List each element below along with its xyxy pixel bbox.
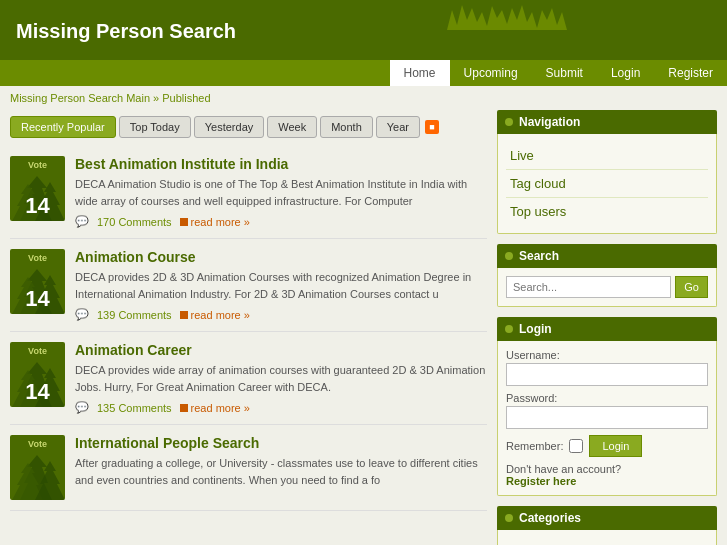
- categories-widget-body: [497, 530, 717, 545]
- breadcrumb: Missing Person Search Main » Published: [0, 86, 727, 110]
- login-title-text: Login: [519, 322, 552, 336]
- comment-icon: 💬: [75, 308, 89, 321]
- login-widget: Login Username: Password: Remember: Logi…: [497, 317, 717, 496]
- no-account-label: Don't have an account?: [506, 463, 621, 475]
- nav-submit[interactable]: Submit: [532, 60, 597, 86]
- search-widget: Search Go: [497, 244, 717, 307]
- password-label: Password:: [506, 392, 708, 404]
- read-more-icon: [180, 311, 188, 319]
- comments-link[interactable]: 139 Comments: [97, 309, 172, 321]
- vote-label: Vote: [10, 439, 65, 449]
- tab-recently-popular[interactable]: Recently Popular: [10, 116, 116, 138]
- article-item: Vote 14 Animation Career DECA provides w…: [10, 332, 487, 425]
- breadcrumb-separator: »: [153, 92, 162, 104]
- vote-label: Vote: [10, 160, 65, 170]
- article-title: Animation Course: [75, 249, 487, 265]
- article-excerpt: DECA provides 2D & 3D Animation Courses …: [75, 269, 487, 302]
- tab-week[interactable]: Week: [267, 116, 317, 138]
- search-row: Go: [506, 276, 708, 298]
- read-more-icon: [180, 218, 188, 226]
- vote-label: Vote: [10, 253, 65, 263]
- read-more-link[interactable]: read more »: [191, 216, 250, 228]
- vote-count[interactable]: 14: [25, 288, 49, 310]
- username-input[interactable]: [506, 363, 708, 386]
- rss-icon[interactable]: ■: [425, 120, 439, 134]
- login-widget-body: Username: Password: Remember: Login Don'…: [497, 341, 717, 496]
- vote-label: Vote: [10, 346, 65, 356]
- search-widget-body: Go: [497, 268, 717, 307]
- login-button[interactable]: Login: [589, 435, 642, 457]
- vote-box: Vote 14: [10, 156, 65, 221]
- article-meta: 💬 170 Comments read more »: [75, 215, 487, 228]
- categories-widget-title: Categories: [497, 506, 717, 530]
- article-title: Animation Career: [75, 342, 487, 358]
- password-field: Password:: [506, 392, 708, 429]
- search-title-text: Search: [519, 249, 559, 263]
- vote-count[interactable]: 14: [25, 195, 49, 217]
- dot-icon: [505, 252, 513, 260]
- article-meta: 💬 135 Comments read more »: [75, 401, 487, 414]
- breadcrumb-current: Published: [162, 92, 210, 104]
- article-body: Animation Course DECA provides 2D & 3D A…: [75, 249, 487, 321]
- username-field: Username:: [506, 349, 708, 386]
- dot-icon: [505, 514, 513, 522]
- article-body: Animation Career DECA provides wide arra…: [75, 342, 487, 414]
- nav-link-live[interactable]: Live: [506, 142, 708, 170]
- article-excerpt: After graduating a college, or Universit…: [75, 455, 487, 488]
- nav-link-top-users[interactable]: Top users: [506, 198, 708, 225]
- read-more: read more »: [180, 309, 250, 321]
- read-more: read more »: [180, 216, 250, 228]
- article-item: Vote 14 Best Animation Institute in Indi…: [10, 146, 487, 239]
- search-widget-title: Search: [497, 244, 717, 268]
- remember-label: Remember:: [506, 440, 563, 452]
- article-item: Vote International People Search After g…: [10, 425, 487, 511]
- article-excerpt: DECA Animation Studio is one of The Top …: [75, 176, 487, 209]
- comment-icon: 💬: [75, 401, 89, 414]
- navigation-title-text: Navigation: [519, 115, 580, 129]
- nav-upcoming[interactable]: Upcoming: [450, 60, 532, 86]
- site-title: Missing Person Search: [16, 10, 711, 43]
- categories-widget: Categories: [497, 506, 717, 545]
- remember-checkbox[interactable]: [569, 439, 583, 453]
- nav-login[interactable]: Login: [597, 60, 654, 86]
- register-link[interactable]: Register here: [506, 475, 576, 487]
- read-more-link[interactable]: read more »: [191, 309, 250, 321]
- navbar: Home Upcoming Submit Login Register: [0, 60, 727, 86]
- article-excerpt: DECA provides wide array of animation co…: [75, 362, 487, 395]
- nav-link-tag-cloud[interactable]: Tag cloud: [506, 170, 708, 198]
- search-button[interactable]: Go: [675, 276, 708, 298]
- vote-count[interactable]: 14: [25, 381, 49, 403]
- tab-yesterday[interactable]: Yesterday: [194, 116, 265, 138]
- content-area: Recently Popular Top Today Yesterday Wee…: [10, 110, 487, 545]
- read-more-link[interactable]: read more »: [191, 402, 250, 414]
- sidebar: Navigation Live Tag cloud Top users Sear…: [497, 110, 717, 545]
- article-title: Best Animation Institute in India: [75, 156, 487, 172]
- article-item: Vote 14 Animation Course DECA provides 2…: [10, 239, 487, 332]
- comments-link[interactable]: 170 Comments: [97, 216, 172, 228]
- nav-home[interactable]: Home: [390, 60, 450, 86]
- dot-icon: [505, 118, 513, 126]
- categories-title-text: Categories: [519, 511, 581, 525]
- dot-icon: [505, 325, 513, 333]
- comments-link[interactable]: 135 Comments: [97, 402, 172, 414]
- navigation-widget: Navigation Live Tag cloud Top users: [497, 110, 717, 234]
- article-body: International People Search After gradua…: [75, 435, 487, 494]
- tab-top-today[interactable]: Top Today: [119, 116, 191, 138]
- tab-month[interactable]: Month: [320, 116, 373, 138]
- password-input[interactable]: [506, 406, 708, 429]
- nav-register[interactable]: Register: [654, 60, 727, 86]
- comment-icon: 💬: [75, 215, 89, 228]
- remember-row: Remember: Login: [506, 435, 708, 457]
- navigation-widget-body: Live Tag cloud Top users: [497, 134, 717, 234]
- read-more-icon: [180, 404, 188, 412]
- read-more: read more »: [180, 402, 250, 414]
- vote-box: Vote 14: [10, 249, 65, 314]
- tab-year[interactable]: Year: [376, 116, 420, 138]
- filter-tabs: Recently Popular Top Today Yesterday Wee…: [10, 110, 487, 146]
- article-body: Best Animation Institute in India DECA A…: [75, 156, 487, 228]
- search-input[interactable]: [506, 276, 671, 298]
- breadcrumb-main[interactable]: Missing Person Search Main: [10, 92, 150, 104]
- username-label: Username:: [506, 349, 708, 361]
- header: Missing Person Search: [0, 0, 727, 60]
- article-title: International People Search: [75, 435, 487, 451]
